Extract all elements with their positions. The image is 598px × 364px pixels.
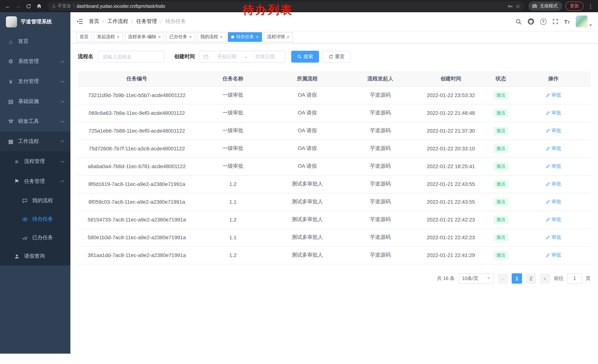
- status-badge: 激活: [493, 109, 508, 117]
- table-row: 73211d9d-7b9b-11ec-b5b7-acde48001122 一级审…: [78, 86, 590, 104]
- search-button[interactable]: 搜索: [291, 51, 319, 63]
- cell-process: OA 请假: [270, 104, 344, 122]
- tab-home[interactable]: 首页: [76, 32, 92, 42]
- tab-todo-task[interactable]: 待办任务 ×: [228, 32, 262, 42]
- sidebar-item-process-manage[interactable]: ≡ 流程管理: [0, 152, 70, 171]
- sidebar-item-leave-query[interactable]: 请假查询: [0, 247, 70, 266]
- person-icon: [13, 254, 20, 259]
- close-icon[interactable]: ×: [189, 34, 192, 39]
- tab-my-process[interactable]: 我的流程 ×: [197, 32, 226, 42]
- end-date-placeholder[interactable]: 结束日期: [249, 53, 281, 60]
- approve-link[interactable]: 审批: [546, 145, 561, 152]
- approve-link[interactable]: 审批: [546, 110, 561, 116]
- security-warning-icon[interactable]: ⚠ 不安全: [52, 3, 71, 9]
- sidebar-item-infrastructure[interactable]: ▤ 基础设施: [0, 91, 70, 112]
- double-check-icon: [22, 235, 28, 241]
- approve-link[interactable]: 审批: [546, 234, 561, 241]
- address-bar[interactable]: ⚠ 不安全 dashboard.yudao.iocoder.cn/bpm/tas…: [47, 1, 525, 11]
- browser-chrome: ← → ⚠ 不安全 dashboard.yudao.iocoder.cn/bpm…: [0, 0, 598, 12]
- prev-page-button[interactable]: ‹: [498, 273, 508, 283]
- approve-link[interactable]: 审批: [546, 127, 561, 134]
- font-size-icon[interactable]: TT: [564, 18, 570, 25]
- reload-icon[interactable]: [24, 1, 33, 11]
- reset-button[interactable]: 重置: [323, 51, 350, 63]
- breadcrumb-task-manage[interactable]: 任务管理: [136, 18, 157, 25]
- approve-link[interactable]: 审批: [546, 252, 561, 259]
- app-title: 芋道管理系统: [21, 18, 52, 25]
- status-badge: 激活: [493, 215, 508, 224]
- sidebar-item-done-task[interactable]: 已办任务: [0, 228, 70, 247]
- url-text[interactable]: dashboard.yudao.iocoder.cn/bpm/task/todo: [77, 4, 165, 9]
- page-button-1[interactable]: 1: [512, 273, 522, 283]
- omnibox-divider: [74, 4, 74, 8]
- chat-icon: [22, 198, 28, 203]
- tab-done-task[interactable]: 已办任务 ×: [166, 32, 195, 42]
- breadcrumb-home[interactable]: 首页: [89, 18, 99, 25]
- start-date-placeholder[interactable]: 开始日期: [211, 53, 243, 60]
- approve-link[interactable]: 审批: [546, 198, 561, 205]
- sidebar-item-label: 已办任务: [32, 235, 53, 241]
- close-icon[interactable]: ×: [256, 34, 259, 39]
- sidebar-item-workflow[interactable]: ▦ 工作流程: [0, 131, 70, 152]
- cell-task-id: 381aa1dd-7ac8-11ec-a9e2-a2380e71991a: [78, 246, 196, 264]
- update-button[interactable]: 更新: [565, 1, 583, 11]
- chevron-down-icon: [61, 59, 64, 63]
- page-button-2[interactable]: 2: [526, 273, 536, 283]
- close-icon[interactable]: ×: [287, 34, 290, 39]
- tab-process-detail[interactable]: 流程详情 ×: [264, 32, 293, 42]
- close-icon[interactable]: ×: [220, 34, 223, 39]
- sidebar-item-label: 请假查询: [24, 253, 45, 259]
- app-logo[interactable]: 芋道管理系统: [0, 12, 70, 32]
- flag-icon: ⚑: [13, 178, 20, 185]
- cell-initiator: 芋道源码: [344, 86, 416, 104]
- forward-icon[interactable]: →: [13, 1, 23, 11]
- tab-process-form-edit[interactable]: 流程表单-编辑 ×: [125, 32, 164, 42]
- next-page-button[interactable]: ›: [540, 273, 550, 283]
- sidebar-item-home[interactable]: ⌂ 首页: [0, 32, 70, 51]
- breadcrumb-workflow[interactable]: 工作流程: [108, 18, 128, 25]
- bookmark-star-icon[interactable]: ☆: [515, 3, 520, 9]
- sidebar-item-payment[interactable]: ¥ 支付管理: [0, 72, 70, 91]
- approve-link[interactable]: 审批: [546, 216, 561, 223]
- fullscreen-icon[interactable]: [552, 18, 558, 24]
- workflow-submenu: ≡ 流程管理 ⚑ 任务管理 我的流程: [0, 152, 70, 266]
- table-row: 8f059c03-7ac8-11ec-a9e2-a2380e71991a 1.1…: [78, 193, 590, 211]
- status-badge: 激活: [493, 162, 508, 170]
- tags-view-bar: 首页 发起流程 × 流程表单-编辑 × 已办任务 ×: [70, 31, 598, 43]
- tab-start-process[interactable]: 发起流程 ×: [94, 32, 123, 42]
- page-size-select[interactable]: 10条/页: [458, 273, 494, 283]
- sidebar-fold-icon[interactable]: [76, 18, 83, 24]
- status-badge: 激活: [493, 198, 508, 206]
- cell-initiator: 芋道源码: [344, 246, 416, 264]
- status-badge: 激活: [493, 180, 508, 188]
- home-icon[interactable]: [34, 1, 44, 11]
- cell-initiator: 芋道源码: [344, 122, 416, 140]
- browser-menu-icon[interactable]: ⋮: [587, 3, 594, 9]
- goto-page-input[interactable]: [567, 273, 582, 283]
- sidebar-item-task-manage[interactable]: ⚑ 任务管理: [0, 171, 70, 191]
- help-icon[interactable]: ?: [540, 18, 546, 25]
- user-menu[interactable]: [576, 16, 592, 27]
- sidebar-item-todo-task[interactable]: 待办任务: [0, 210, 70, 228]
- cell-task-id: 8f0d1619-7ac8-11ec-a9e2-a2380e71991a: [78, 175, 196, 193]
- github-icon[interactable]: [527, 18, 534, 25]
- back-icon[interactable]: ←: [3, 1, 13, 11]
- sidebar-item-my-process[interactable]: 我的流程: [0, 191, 70, 210]
- approve-link[interactable]: 审批: [546, 181, 561, 187]
- approve-link[interactable]: 审批: [546, 92, 561, 98]
- breadcrumb: 首页 / 工作流程 / 任务管理 / 待办任务: [89, 18, 186, 25]
- date-range-picker[interactable]: 开始日期 - 结束日期: [199, 51, 285, 63]
- sidebar-item-devtools[interactable]: ⚒ 研发工具: [0, 112, 70, 131]
- search-icon[interactable]: [515, 18, 522, 25]
- close-icon[interactable]: ×: [158, 34, 161, 39]
- cell-task-id: 73211d9d-7b9b-11ec-b5b7-acde48001122: [78, 86, 196, 104]
- todo-task-table: 任务编号 任务名称 所属流程 流程发起人 创建时间 状态 操作 73211: [78, 72, 590, 264]
- chevron-up-icon: [61, 180, 64, 184]
- cell-process: 测试多审批人: [270, 211, 344, 228]
- password-key-icon[interactable]: [508, 4, 513, 9]
- close-icon[interactable]: ×: [117, 34, 119, 39]
- sidebar-item-system[interactable]: ⚙ 系统管理: [0, 51, 70, 72]
- cell-created: 2022-01-22 23:53:32: [416, 86, 486, 104]
- process-name-input[interactable]: [98, 51, 165, 63]
- approve-link[interactable]: 审批: [546, 163, 561, 170]
